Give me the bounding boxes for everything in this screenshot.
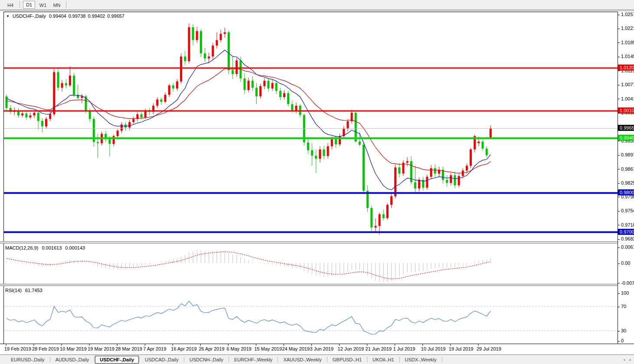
rsi-indicator-label: RSI(14) bbox=[5, 288, 22, 293]
open-value: 0.99404 bbox=[49, 13, 66, 19]
rsi-chart-canvas[interactable] bbox=[4, 286, 618, 343]
rsi-tick-mark bbox=[618, 293, 620, 294]
candlestick-chart-canvas[interactable] bbox=[4, 12, 618, 241]
tab-eurusd-daily[interactable]: EURUSD-,Daily bbox=[6, 356, 49, 364]
price-tick-mark bbox=[618, 42, 620, 43]
tab-usdchf-daily[interactable]: USDCHF-,Daily bbox=[95, 356, 139, 364]
price-tick-mark bbox=[618, 99, 620, 99]
symbol-dropdown-icon[interactable]: ▼ bbox=[6, 14, 10, 18]
tab-separator bbox=[278, 357, 278, 362]
tab-separator bbox=[229, 357, 229, 362]
timeframe-button-H4[interactable]: H4 bbox=[4, 1, 16, 9]
tab-usdcad-daily[interactable]: USDCAD-,Daily bbox=[140, 356, 183, 364]
tab-usdcnh-daily[interactable]: USDCNH-,Daily bbox=[185, 356, 228, 364]
tab-scroll-right-icon[interactable]: ▸ bbox=[629, 358, 631, 362]
price-tick-mark bbox=[618, 141, 620, 141]
rsi-tick-label: 0 bbox=[621, 338, 624, 344]
date-tick-label: 6 May 2019 bbox=[226, 346, 251, 351]
time-axis-labels: 19 Feb 201928 Feb 201910 Mar 201919 Mar … bbox=[3, 344, 634, 354]
date-tick-label: 10 Mar 2019 bbox=[60, 346, 87, 351]
price-tick-label: 1.02210 bbox=[621, 25, 634, 31]
macd-panel[interactable] bbox=[3, 244, 618, 284]
price-tick-label: 1.01490 bbox=[621, 53, 634, 59]
date-tick-label: 10 Jul 2019 bbox=[421, 346, 446, 351]
timeframe-button-D1[interactable]: D1 bbox=[23, 1, 35, 9]
tab-separator bbox=[50, 357, 50, 362]
date-tick-label: 21 Jun 2019 bbox=[366, 346, 392, 351]
date-tick-label: 26 Apr 2019 bbox=[199, 346, 224, 351]
chart-tab-bar: EURUSD-,DailyAUDUSD-,DailyUSDCHF-,DailyU… bbox=[0, 354, 634, 364]
macd-tick-mark bbox=[618, 247, 620, 248]
toolbar-divider bbox=[20, 1, 20, 8]
timeframe-button-MN[interactable]: MN bbox=[51, 1, 63, 9]
timeframe-toolbar: H4D1W1MN bbox=[0, 0, 634, 10]
tab-separator bbox=[327, 357, 327, 362]
rsi-panel[interactable] bbox=[3, 286, 618, 344]
price-tick-label: 0.97180 bbox=[621, 222, 634, 228]
price-tick-mark bbox=[618, 225, 620, 225]
price-tick-mark bbox=[618, 155, 620, 156]
price-tick-label: 0.98970 bbox=[621, 152, 634, 158]
rsi-header: RSI(14) 61.7453 bbox=[5, 288, 42, 293]
macd-header: MACD(12,26,9) 0.001613 0.000143 bbox=[5, 245, 85, 250]
price-tick-label: 0.97540 bbox=[621, 208, 634, 214]
macd-main-value: 0.001613 bbox=[42, 245, 62, 250]
tab-scroll-left-icon[interactable]: ◂ bbox=[623, 358, 625, 362]
hline-price-tag: 0.99406 bbox=[618, 135, 634, 141]
hline-price-tag: 0.98004 bbox=[618, 189, 634, 195]
price-tick-mark bbox=[618, 169, 620, 169]
rsi-tick-label: 70 bbox=[621, 303, 626, 309]
tab-separator bbox=[139, 357, 140, 362]
date-tick-label: 24 May 2019 bbox=[282, 346, 310, 351]
macd-tick-mark bbox=[618, 283, 620, 283]
tab-audusd-daily[interactable]: AUDUSD-,Daily bbox=[51, 356, 94, 364]
time-axis[interactable]: 19 Feb 201928 Feb 201910 Mar 201919 Mar … bbox=[0, 344, 634, 354]
date-tick-label: 7 Apr 2019 bbox=[143, 346, 166, 351]
price-tick-label: 0.98250 bbox=[621, 180, 634, 186]
tab-separator bbox=[367, 357, 367, 362]
date-tick-label: 15 May 2019 bbox=[255, 346, 282, 351]
macd-chart-canvas[interactable] bbox=[4, 244, 618, 284]
macd-signal-value: 0.000143 bbox=[65, 245, 85, 250]
tab-gbpusd-h1[interactable]: GBPUSD-,H1 bbox=[328, 356, 366, 364]
macd-indicator-label: MACD(12,26,9) bbox=[5, 245, 38, 250]
price-tick-mark bbox=[618, 57, 620, 57]
main-chart-panel[interactable] bbox=[3, 12, 618, 241]
mt4-window: H4D1W1MN ▼ USDCHF-,Daily 0.99404 0.99738… bbox=[0, 0, 634, 364]
tab-xauusd-weekly[interactable]: XAUUSD-,Weekly bbox=[278, 356, 326, 364]
chart-title: ▼ USDCHF-,Daily 0.99404 0.99738 0.99402 … bbox=[6, 13, 124, 19]
chart-symbol-label: USDCHF-,Daily bbox=[13, 13, 46, 19]
hline-price-tag: 0.97001 bbox=[618, 229, 634, 235]
price-tick-label: 0.98610 bbox=[621, 166, 634, 172]
tab-ukoil-h1[interactable]: UKOil-,H1 bbox=[368, 356, 399, 364]
macd-tick-label: 0.00613 bbox=[621, 244, 634, 250]
price-tick-mark bbox=[618, 85, 620, 85]
tab-eurchf-weekly[interactable]: EURCHF-,Weekly bbox=[229, 356, 277, 364]
rsi-tick-mark bbox=[618, 307, 620, 307]
high-value: 0.99738 bbox=[69, 13, 86, 19]
timeframe-button-W1[interactable]: W1 bbox=[37, 1, 49, 9]
price-tick-label: 1.01850 bbox=[621, 39, 634, 46]
hline-price-tag: 1.01205 bbox=[618, 65, 634, 71]
price-tick-mark bbox=[618, 239, 620, 240]
macd-tick-label: 0.00 bbox=[621, 260, 630, 266]
price-axis[interactable]: 1.025701.022101.018501.014901.011301.007… bbox=[618, 12, 634, 344]
date-tick-label: 28 Mar 2019 bbox=[115, 346, 142, 351]
price-tick-label: 0.96820 bbox=[621, 236, 634, 242]
date-tick-label: 19 Jul 2019 bbox=[449, 346, 474, 351]
price-tick-mark bbox=[618, 183, 620, 184]
rsi-tick-mark bbox=[618, 331, 620, 332]
tab-usdx-weekly[interactable]: USDX-,Weekly bbox=[400, 356, 441, 364]
price-tick-mark bbox=[618, 71, 620, 71]
date-tick-label: 1 Jul 2019 bbox=[393, 346, 415, 351]
price-tick-label: 1.00770 bbox=[621, 81, 634, 88]
price-tick-label: 1.02570 bbox=[621, 11, 634, 17]
price-tick-mark bbox=[618, 29, 620, 29]
rsi-tick-label: 30 bbox=[621, 328, 626, 334]
date-tick-label: 19 Feb 2019 bbox=[4, 346, 31, 351]
chart-tabs: EURUSD-,DailyAUDUSD-,DailyUSDCHF-,DailyU… bbox=[6, 356, 443, 364]
low-value: 0.99402 bbox=[88, 13, 105, 19]
date-tick-label: 16 Apr 2019 bbox=[171, 346, 196, 351]
toolbar-divider bbox=[66, 1, 66, 8]
ohlc-readout: 0.99404 0.99738 0.99402 0.99657 bbox=[49, 13, 124, 19]
